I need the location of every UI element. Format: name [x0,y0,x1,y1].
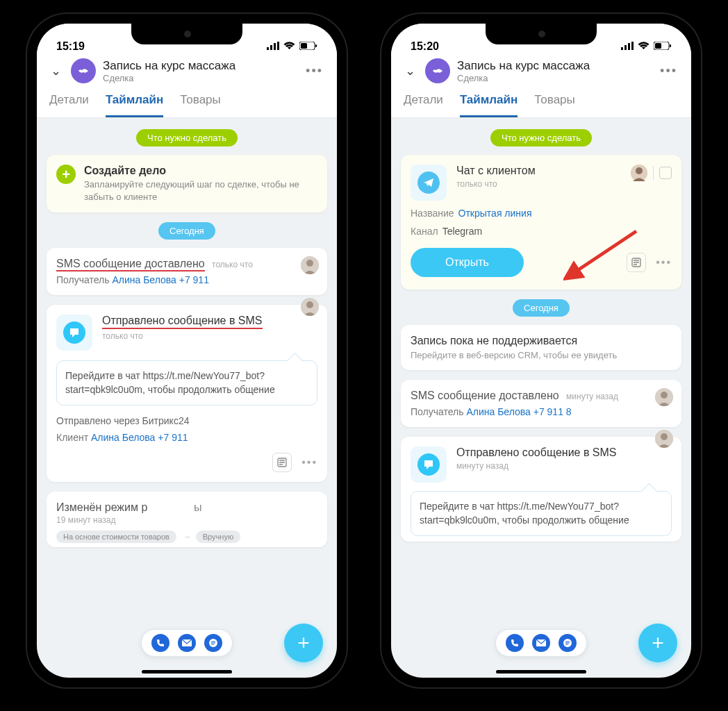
chat-client-card[interactable]: Чат с клиентом только что НазваниеОткрыт… [401,155,681,290]
tab-details[interactable]: Детали [404,93,443,117]
sms-delivered-card[interactable]: SMS сообщение доставлено минуту назад По… [401,380,681,427]
signal-icon [267,40,279,53]
sent-sms-card[interactable]: Отправлено сообщение в SMS минуту назад … [401,437,681,542]
notch [486,24,597,44]
pill-from: На основе стоимости товаров [56,530,176,543]
unsupported-title: Запись пока не поддерживается [411,335,672,347]
client-row: Клиент Алина Белова +7 911 [56,432,317,443]
checkbox[interactable] [659,167,672,179]
timeline-content: Что нужно сделать Чат с клиентом тольк [391,118,691,550]
phone-left: 15:19 ⌄ Запись на курс ма [27,14,347,687]
user-avatar [301,298,319,316]
tab-timeline[interactable]: Таймлайн [460,93,518,117]
tab-details[interactable]: Детали [49,93,89,117]
user-avatar [301,256,319,274]
home-indicator [142,670,232,674]
fab-add-button[interactable]: + [638,624,677,662]
svg-rect-6 [315,44,317,47]
sent-sms-time: только что [102,331,263,341]
mail-icon[interactable] [532,634,550,652]
unsupported-card[interactable]: Запись пока не поддерживается Перейдите … [401,325,681,370]
chat-list-icon[interactable] [559,634,577,652]
deal-header: ⌄ Запись на курс массажа Сделка ••• [391,54,691,83]
deal-title: Запись на курс массажа [457,59,590,73]
sent-sms-card[interactable]: Отправлено сообщение в SMS только что Пе… [47,305,327,482]
more-button[interactable]: ••• [303,64,326,78]
call-icon[interactable] [151,634,169,652]
sms-chat-icon [56,315,92,351]
signal-icon [621,40,634,53]
svg-rect-17 [631,42,634,50]
more-button[interactable]: ••• [657,64,680,78]
call-icon[interactable] [506,634,524,652]
tab-goods[interactable]: Товары [534,93,574,117]
user-avatar [655,430,673,448]
note-icon[interactable] [627,253,646,272]
chat-client-title: Чат с клиентом [456,165,536,177]
mode-changed-time: 19 минут назад [56,515,317,525]
battery-icon [654,40,672,53]
svg-rect-2 [274,43,276,50]
back-chevron-icon[interactable]: ⌄ [48,60,64,81]
sms-time: только что [212,260,253,269]
telegram-icon [411,165,447,201]
status-icons [621,40,672,53]
sms-bubble: Перейдите в чат https://t.me/NewYou77_bo… [56,360,317,405]
sms-chat-icon [411,446,447,483]
mode-changed-card[interactable]: Изменён режим р ы 19 минут назад На осно… [47,492,327,547]
recipient-link[interactable]: Алина Белова +7 911 8 [466,406,571,417]
pill-to: Вручную [196,530,240,543]
sent-sms-title: Отправлено сообщение в SMS [102,315,263,329]
communication-bar[interactable] [141,629,233,657]
deal-subtitle: Сделка [103,73,235,83]
recipient-link[interactable]: Алина Белова +7 911 [112,274,209,285]
tabs: Детали Таймлайн Товары [37,83,337,118]
svg-rect-15 [624,45,627,50]
svg-rect-0 [267,47,269,50]
tab-timeline[interactable]: Таймлайн [106,93,163,117]
svg-rect-20 [670,44,671,47]
mode-changed-title: Изменён режим р ы [56,501,317,514]
unsupported-subtitle: Перейдите в веб-версию CRM, чтобы ее уви… [411,350,672,360]
card-more-button[interactable]: ••• [656,256,672,269]
channel-name-link[interactable]: Открытая линия [458,208,532,219]
svg-rect-3 [277,42,279,50]
sent-sms-title: Отправлено сообщение в SMS [456,446,617,459]
clock: 15:20 [411,40,439,53]
plus-icon[interactable]: + [56,165,76,184]
svg-point-8 [306,260,313,267]
tab-goods[interactable]: Товары [180,93,220,117]
create-title: Создайте дело [84,165,317,177]
create-task-card[interactable]: + Создайте дело Запланируйте следующий ш… [47,155,327,212]
recipient-row: Получатель Алина Белова +7 911 [56,274,317,285]
svg-rect-19 [655,43,661,49]
chat-client-time: только что [456,179,536,189]
status-icons [267,40,317,53]
mail-icon[interactable] [178,634,196,652]
todo-pill: Что нужно сделать [490,129,592,147]
chat-list-icon[interactable] [204,634,222,652]
battery-icon [299,40,317,53]
back-chevron-icon[interactable]: ⌄ [402,60,418,81]
sent-sms-time: минуту назад [456,461,617,471]
note-icon[interactable] [272,453,292,472]
sent-via: Отправлено через Битрикс24 [56,415,317,426]
card-more-button[interactable]: ••• [301,456,317,469]
open-button[interactable]: Открыть [411,248,524,277]
fab-add-button[interactable]: + [284,624,323,662]
client-link[interactable]: Алина Белова +7 911 [91,432,188,443]
deal-title: Запись на курс массажа [103,59,235,73]
communication-bar[interactable] [495,629,587,657]
svg-rect-5 [301,43,307,49]
user-avatar [655,388,673,406]
svg-rect-1 [270,45,272,50]
sms-time: минуту назад [566,392,618,401]
deal-icon [71,58,96,83]
sms-delivered-title: SMS сообщение доставлено [56,258,205,271]
timeline-content: Что нужно сделать + Создайте дело Заплан… [37,118,337,565]
channel-type-row: КаналTelegram [411,226,672,237]
deal-header: ⌄ Запись на курс массажа Сделка ••• [37,54,337,83]
sms-delivered-card[interactable]: SMS сообщение доставлено только что Полу… [47,248,327,295]
sms-delivered-title: SMS сообщение доставлено [411,390,559,401]
svg-rect-14 [621,47,623,50]
